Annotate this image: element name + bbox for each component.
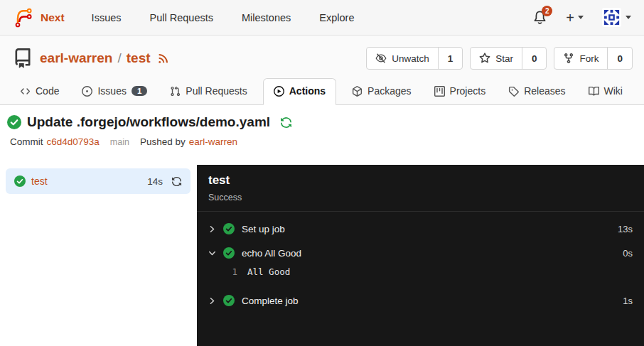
log-panel-header: test Success <box>197 165 644 212</box>
package-icon <box>352 86 363 97</box>
project-icon <box>434 86 445 97</box>
tab-actions[interactable]: Actions <box>263 78 336 105</box>
avatar <box>602 8 621 27</box>
rerun-all-icon[interactable] <box>280 117 292 129</box>
tab-wiki[interactable]: Wiki <box>581 79 630 104</box>
success-check-icon <box>7 115 21 129</box>
eye-slash-icon <box>375 53 387 64</box>
run-body: test 14s test Success <box>0 165 644 346</box>
success-check-icon <box>223 295 235 306</box>
tab-code[interactable]: Code <box>13 79 66 104</box>
star-label: Star <box>495 53 513 64</box>
chevron-right-icon <box>208 225 216 233</box>
chevron-down-icon <box>578 16 584 19</box>
star-button[interactable]: Star 0 <box>470 47 547 70</box>
tab-releases[interactable]: Releases <box>501 79 572 104</box>
tab-activity[interactable]: Activity <box>638 79 644 104</box>
steps-list: Set up job 13s <box>197 212 644 313</box>
tab-pull-requests[interactable]: Pull Requests <box>163 79 254 104</box>
repo-icon <box>13 48 33 68</box>
unwatch-label: Unwatch <box>392 53 429 64</box>
book-icon <box>589 86 599 97</box>
job-log-panel: test Success <box>197 165 644 346</box>
panel-job-name: test <box>208 173 633 188</box>
navbar-right: 2 + <box>532 8 631 27</box>
step-name: Complete job <box>242 296 299 306</box>
play-circle-icon <box>274 86 284 97</box>
unwatch-button[interactable]: Unwatch 1 <box>366 47 463 70</box>
job-duration: 14s <box>147 176 163 187</box>
nav-links: Issues Pull Requests Milestones Explore <box>92 12 355 23</box>
tag-icon <box>508 86 519 97</box>
star-icon <box>479 53 490 64</box>
home-link[interactable]: Next <box>13 7 65 28</box>
repo-tabs: Code Issues 1 Pull Requests <box>0 70 644 105</box>
plus-icon: + <box>566 11 574 25</box>
step-duration: 13s <box>618 224 633 234</box>
rss-feed-icon[interactable] <box>157 53 169 65</box>
create-new-menu[interactable]: + <box>566 11 584 25</box>
fork-icon <box>563 53 574 64</box>
fork-label: Fork <box>579 53 599 64</box>
forgejo-actions-page: Next Issues Pull Requests Milestones Exp… <box>0 0 644 346</box>
issues-count-badge: 1 <box>132 86 147 96</box>
chevron-down-icon <box>208 249 216 257</box>
step-duration: 1s <box>623 296 633 306</box>
run-title-row: Update .forgejo/workflows/demo.yaml <box>0 105 644 130</box>
chevron-down-icon <box>626 16 631 19</box>
code-icon <box>20 86 31 97</box>
jobs-list: test 14s <box>0 165 197 346</box>
job-list-item[interactable]: test 14s <box>6 168 190 194</box>
actions-run-view: Update .forgejo/workflows/demo.yaml Comm… <box>0 105 644 346</box>
log-line-text: All Good <box>247 266 290 277</box>
tab-projects[interactable]: Projects <box>427 79 493 104</box>
log-line: 1 All Good <box>197 265 644 283</box>
commit-label: Commit <box>10 136 43 147</box>
nav-item-issues[interactable]: Issues <box>92 12 122 23</box>
success-check-icon <box>223 223 235 234</box>
issue-opened-icon <box>82 86 92 97</box>
breadcrumb: earl-warren / test <box>40 50 151 66</box>
chevron-right-icon <box>208 297 216 305</box>
step-row-complete-job[interactable]: Complete job 1s <box>197 288 644 313</box>
repo-header: earl-warren / test <box>0 36 644 105</box>
run-meta: Commit c6d4d0793a main Pushed by earl-wa… <box>0 130 644 147</box>
fork-button[interactable]: Fork 0 <box>554 47 633 70</box>
top-navbar: Next Issues Pull Requests Milestones Exp… <box>0 0 644 36</box>
repo-owner-link[interactable]: earl-warren <box>40 50 112 66</box>
pushed-by-label: Pushed by <box>140 136 186 147</box>
run-title: Update .forgejo/workflows/demo.yaml <box>27 114 270 130</box>
brand-label: Next <box>41 11 65 24</box>
nav-item-explore[interactable]: Explore <box>319 12 354 23</box>
step-row-setup-job[interactable]: Set up job 13s <box>197 217 644 241</box>
step-name: Set up job <box>242 224 285 234</box>
star-count[interactable]: 0 <box>522 48 547 69</box>
notifications-button[interactable]: 2 <box>532 10 547 25</box>
fork-count[interactable]: 0 <box>607 48 632 69</box>
log-line-number[interactable]: 1 <box>227 266 237 277</box>
success-check-icon <box>223 247 235 259</box>
user-menu[interactable] <box>602 8 631 27</box>
tab-packages[interactable]: Packages <box>345 79 418 104</box>
step-row-echo-all-good[interactable]: echo All Good 0s <box>197 241 644 265</box>
success-check-icon <box>14 175 26 187</box>
notification-count-badge: 2 <box>542 6 552 16</box>
nav-item-pull-requests[interactable]: Pull Requests <box>150 12 213 23</box>
rerun-job-icon[interactable] <box>171 176 182 187</box>
forgejo-logo-icon <box>13 7 34 28</box>
breadcrumb-separator: / <box>117 50 121 66</box>
nav-item-milestones[interactable]: Milestones <box>242 12 291 23</box>
step-duration: 0s <box>623 248 633 259</box>
job-name: test <box>31 175 48 187</box>
panel-job-status: Success <box>208 193 633 202</box>
branch-name[interactable]: main <box>110 137 129 147</box>
tab-issues[interactable]: Issues 1 <box>75 79 154 104</box>
repo-action-buttons: Unwatch 1 Star 0 <box>366 47 633 70</box>
watch-count[interactable]: 1 <box>438 48 463 69</box>
step-name: echo All Good <box>242 248 301 259</box>
commit-hash-link[interactable]: c6d4d0793a <box>47 136 100 147</box>
git-pull-request-icon <box>170 86 181 97</box>
pusher-link[interactable]: earl-warren <box>189 136 237 147</box>
repo-name-link[interactable]: test <box>127 50 151 66</box>
